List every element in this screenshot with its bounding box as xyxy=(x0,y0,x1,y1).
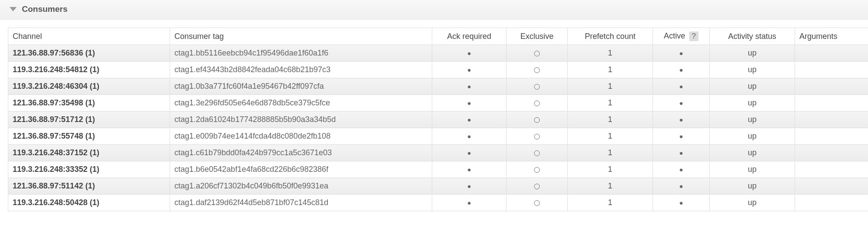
consumer-tag-cell: ctag1.daf2139d62f44d5eb871bf07c145c81d xyxy=(170,195,432,211)
channel-link[interactable]: 121.36.88.97:51142 (1) xyxy=(8,178,170,195)
table-row: 121.36.88.97:35498 (1)ctag1.3e296fd505e6… xyxy=(8,95,868,112)
consumer-tag-cell: ctag1.2da61024b1774288885b5b90a3a34b5d xyxy=(170,112,432,128)
prefetch-cell: 1 xyxy=(568,195,653,211)
consumer-tag-cell: ctag1.b6e0542abf1e4fa68cd226b6c982386f xyxy=(170,161,432,178)
exclusive-cell xyxy=(507,78,568,95)
channel-link[interactable]: 121.36.88.97:55748 (1) xyxy=(8,128,170,145)
exclusive-cell xyxy=(507,112,568,128)
dot-open-icon xyxy=(534,150,540,156)
section-title: Consumers xyxy=(22,4,68,14)
consumer-tag-cell: ctag1.a206cf71302b4c049b6fb50f0e9931ea xyxy=(170,178,432,195)
consumer-tag-cell: ctag1.3e296fd505e64e6d878db5ce379c5fce xyxy=(170,95,432,112)
dot-filled-icon: ● xyxy=(467,83,471,90)
dot-filled-icon: ● xyxy=(467,116,471,123)
consumer-tag-cell: ctag1.e009b74ee1414fcda4d8c080de2fb108 xyxy=(170,128,432,145)
ack-required-cell: ● xyxy=(432,161,507,178)
prefetch-cell: 1 xyxy=(568,178,653,195)
dot-filled-icon: ● xyxy=(467,99,471,107)
dot-open-icon xyxy=(534,84,540,90)
table-row: 121.36.88.97:51712 (1)ctag1.2da61024b177… xyxy=(8,112,868,128)
ack-required-cell: ● xyxy=(432,45,507,62)
dot-open-icon xyxy=(534,134,540,139)
arguments-cell xyxy=(795,128,868,145)
activity-status-cell: up xyxy=(710,62,795,78)
consumer-tag-cell: ctag1.ef43443b2d8842feada04c68b21b97c3 xyxy=(170,62,432,78)
dot-filled-icon: ● xyxy=(679,199,683,206)
dot-filled-icon: ● xyxy=(467,199,471,206)
table-row: 119.3.216.248:37152 (1)ctag1.c61b79bdd0f… xyxy=(8,145,868,161)
consumer-tag-cell: ctag1.c61b79bdd0fa424b979cc1a5c3671e03 xyxy=(170,145,432,161)
ack-required-cell: ● xyxy=(432,195,507,211)
dot-filled-icon: ● xyxy=(467,132,471,140)
help-icon[interactable]: ? xyxy=(689,31,698,41)
prefetch-cell: 1 xyxy=(568,145,653,161)
dot-filled-icon: ● xyxy=(679,149,683,157)
dot-open-icon xyxy=(534,167,540,173)
activity-status-cell: up xyxy=(710,45,795,62)
channel-link[interactable]: 121.36.88.97:56836 (1) xyxy=(8,45,170,62)
dot-filled-icon: ● xyxy=(467,149,471,157)
activity-status-cell: up xyxy=(710,161,795,178)
channel-link[interactable]: 119.3.216.248:37152 (1) xyxy=(8,145,170,161)
dot-filled-icon: ● xyxy=(467,166,471,173)
table-row: 121.36.88.97:51142 (1)ctag1.a206cf71302b… xyxy=(8,178,868,195)
table-row: 119.3.216.248:50428 (1)ctag1.daf2139d62f… xyxy=(8,195,868,211)
dot-filled-icon: ● xyxy=(467,66,471,73)
ack-required-cell: ● xyxy=(432,62,507,78)
active-cell: ● xyxy=(653,195,710,211)
ack-required-cell: ● xyxy=(432,178,507,195)
channel-link[interactable]: 121.36.88.97:35498 (1) xyxy=(8,95,170,112)
arguments-cell xyxy=(795,112,868,128)
active-cell: ● xyxy=(653,95,710,112)
prefetch-cell: 1 xyxy=(568,45,653,62)
channel-link[interactable]: 119.3.216.248:50428 (1) xyxy=(8,195,170,211)
channel-link[interactable]: 121.36.88.97:51712 (1) xyxy=(8,112,170,128)
activity-status-cell: up xyxy=(710,195,795,211)
dot-filled-icon: ● xyxy=(679,166,683,173)
exclusive-cell xyxy=(507,95,568,112)
col-consumer-tag: Consumer tag xyxy=(170,28,432,45)
dot-open-icon xyxy=(534,101,540,106)
dot-filled-icon: ● xyxy=(679,182,683,190)
exclusive-cell xyxy=(507,161,568,178)
exclusive-cell xyxy=(507,178,568,195)
collapse-caret-icon[interactable] xyxy=(10,7,17,11)
dot-open-icon xyxy=(534,51,540,56)
col-arguments: Arguments xyxy=(795,28,868,45)
consumers-table-wrap: Channel Consumer tag Ack required Exclus… xyxy=(0,20,868,211)
prefetch-cell: 1 xyxy=(568,128,653,145)
ack-required-cell: ● xyxy=(432,95,507,112)
dot-open-icon xyxy=(534,184,540,189)
ack-required-cell: ● xyxy=(432,78,507,95)
activity-status-cell: up xyxy=(710,95,795,112)
table-row: 119.3.216.248:54812 (1)ctag1.ef43443b2d8… xyxy=(8,62,868,78)
dot-filled-icon: ● xyxy=(467,182,471,190)
consumers-section: Consumers Channel Consumer tag Ack requi… xyxy=(0,0,868,211)
active-cell: ● xyxy=(653,112,710,128)
dot-filled-icon: ● xyxy=(679,83,683,90)
table-row: 119.3.216.248:46304 (1)ctag1.0b3a771fc60… xyxy=(8,78,868,95)
dot-filled-icon: ● xyxy=(679,116,683,123)
channel-link[interactable]: 119.3.216.248:54812 (1) xyxy=(8,62,170,78)
channel-link[interactable]: 119.3.216.248:46304 (1) xyxy=(8,78,170,95)
col-ack-required: Ack required xyxy=(432,28,507,45)
dot-filled-icon: ● xyxy=(679,66,683,73)
arguments-cell xyxy=(795,178,868,195)
col-exclusive: Exclusive xyxy=(507,28,568,45)
dot-filled-icon: ● xyxy=(679,132,683,140)
prefetch-cell: 1 xyxy=(568,95,653,112)
channel-link[interactable]: 119.3.216.248:33352 (1) xyxy=(8,161,170,178)
dot-open-icon xyxy=(534,117,540,123)
arguments-cell xyxy=(795,161,868,178)
exclusive-cell xyxy=(507,128,568,145)
arguments-cell xyxy=(795,95,868,112)
section-header: Consumers xyxy=(0,0,868,20)
arguments-cell xyxy=(795,78,868,95)
dot-filled-icon: ● xyxy=(679,49,683,57)
prefetch-cell: 1 xyxy=(568,161,653,178)
col-active: Active ? xyxy=(653,28,710,45)
dot-open-icon xyxy=(534,67,540,73)
table-row: 121.36.88.97:56836 (1)ctag1.bb5116eebcb9… xyxy=(8,45,868,62)
prefetch-cell: 1 xyxy=(568,78,653,95)
activity-status-cell: up xyxy=(710,178,795,195)
